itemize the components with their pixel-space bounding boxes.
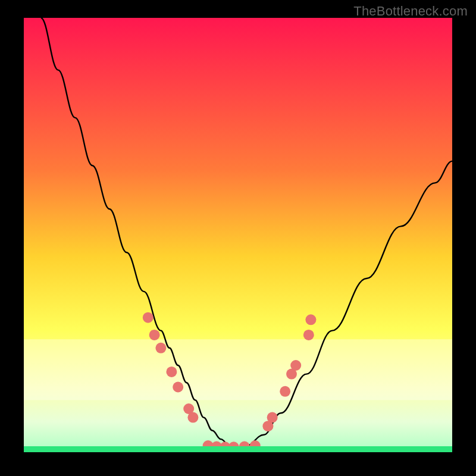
- marker-dot: [290, 360, 301, 371]
- chart-svg: [24, 18, 452, 452]
- marker-dot: [267, 412, 278, 423]
- marker-dot: [149, 330, 160, 340]
- marker-dot: [303, 330, 314, 340]
- baseline-green-bar: [24, 446, 452, 452]
- highlight-band: [24, 339, 452, 400]
- watermark-text: TheBottleneck.com: [353, 4, 468, 19]
- marker-dot: [280, 386, 290, 397]
- marker-dot: [305, 314, 316, 325]
- marker-dot: [143, 312, 154, 323]
- marker-dot: [155, 343, 166, 353]
- chart-plot-area: [24, 18, 452, 452]
- marker-dot: [166, 367, 177, 377]
- marker-dot: [173, 382, 183, 393]
- marker-dot: [187, 412, 198, 423]
